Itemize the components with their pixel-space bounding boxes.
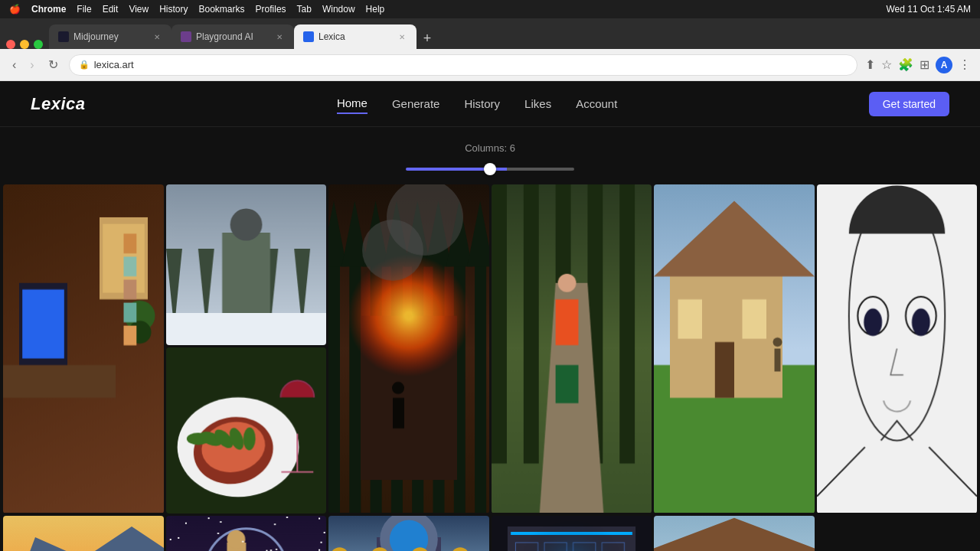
image-cozy-room	[3, 184, 164, 513]
image-cottage	[654, 184, 815, 513]
close-button[interactable]	[6, 40, 15, 49]
bookmark-icon[interactable]: ☆	[881, 57, 892, 72]
time-display: Wed 11 Oct 1:45 AM	[886, 4, 971, 15]
image-steak	[166, 347, 327, 514]
menu-view[interactable]: View	[129, 4, 149, 15]
tab-midjourney-close[interactable]: ✕	[152, 31, 162, 42]
image-burning-house	[328, 184, 489, 513]
tab-midjourney[interactable]: Midjourney ✕	[49, 24, 172, 49]
menu-file[interactable]: File	[77, 4, 91, 15]
app-header: Lexica Home Generate History Likes Accou…	[0, 81, 980, 127]
image-runner-forest	[492, 184, 652, 513]
back-button[interactable]: ‹	[9, 55, 19, 75]
image-anime-sketch	[817, 184, 978, 513]
image-astronaut-woman	[328, 516, 489, 551]
playground-favicon	[181, 31, 191, 42]
share-icon[interactable]: ⬆	[865, 57, 875, 72]
columns-slider[interactable]	[406, 168, 574, 171]
nav-history[interactable]: History	[464, 94, 500, 113]
grid-item-4[interactable]	[492, 184, 652, 514]
get-started-button[interactable]: Get started	[869, 92, 949, 116]
watermark-overlay: 🔴 RRCG人人素材	[166, 516, 327, 551]
nav-likes[interactable]: Likes	[524, 94, 551, 113]
nav-home[interactable]: Home	[337, 93, 368, 114]
tab-playground[interactable]: Playground AI ✕	[172, 24, 294, 49]
apple-menu[interactable]: 🍎	[9, 4, 21, 15]
menu-history[interactable]: History	[159, 4, 188, 15]
tab-lexica-close[interactable]: ✕	[397, 31, 407, 42]
mac-status-icons: Wed 11 Oct 1:45 AM	[886, 4, 971, 15]
sidebar-toggle[interactable]: ⊞	[920, 57, 929, 72]
image-grid: 🔴 RRCG人人素材	[0, 181, 980, 551]
traffic-lights	[6, 40, 43, 49]
tab-playground-label: Playground AI	[196, 31, 253, 42]
new-tab-button[interactable]: +	[416, 28, 438, 49]
tab-lexica-label: Lexica	[318, 31, 345, 42]
grid-item-7[interactable]	[166, 347, 327, 514]
extensions-icon[interactable]: 🧩	[898, 57, 913, 72]
tab-midjourney-label: Midjourney	[74, 31, 119, 42]
tab-lexica[interactable]: Lexica ✕	[294, 24, 416, 49]
grid-item-3[interactable]	[328, 184, 489, 514]
lexica-favicon	[303, 31, 314, 42]
nav-generate[interactable]: Generate	[392, 94, 440, 113]
app-logo: Lexica	[31, 94, 86, 114]
grid-item-6[interactable]	[817, 184, 978, 514]
menu-bookmarks[interactable]: Bookmarks	[199, 4, 245, 15]
menu-icon[interactable]: ⋮	[959, 57, 971, 72]
nav-account[interactable]: Account	[576, 94, 617, 113]
midjourney-favicon	[58, 31, 69, 42]
reload-button[interactable]: ↻	[45, 54, 61, 75]
grid-item-1[interactable]	[3, 184, 164, 514]
menu-help[interactable]: Help	[366, 4, 385, 15]
minimize-button[interactable]	[20, 40, 29, 49]
profile-icon[interactable]: A	[936, 57, 952, 73]
menu-chrome[interactable]: Chrome	[31, 4, 66, 15]
grid-item-11[interactable]	[492, 516, 652, 551]
menu-tab[interactable]: Tab	[297, 4, 312, 15]
grid-item-9[interactable]: 🔴 RRCG人人素材	[166, 516, 327, 551]
grid-item-12[interactable]	[654, 516, 815, 551]
mac-os-bar: 🍎 Chrome File Edit View History Bookmark…	[0, 0, 980, 18]
columns-slider-section: Columns: 6	[0, 127, 980, 181]
address-bar: ‹ › ↻ 🔒 lexica.art ⬆ ☆ 🧩 ⊞ A ⋮	[0, 49, 980, 81]
lexica-app: Lexica Home Generate History Likes Accou…	[0, 81, 980, 551]
slider-container	[406, 160, 574, 174]
image-sci-fi	[492, 516, 652, 551]
address-actions: ⬆ ☆ 🧩 ⊞ A ⋮	[865, 57, 971, 73]
chrome-tab-bar: Midjourney ✕ Playground AI ✕ Lexica ✕ +	[0, 18, 980, 49]
grid-item-5[interactable]	[654, 184, 815, 514]
lock-icon: 🔒	[79, 60, 90, 70]
menu-profiles[interactable]: Profiles	[256, 4, 286, 15]
main-nav: Home Generate History Likes Account	[337, 93, 617, 114]
grid-item-8[interactable]	[3, 516, 164, 551]
forward-button[interactable]: ›	[27, 55, 37, 75]
image-bottom-house	[654, 516, 815, 551]
image-soldier	[166, 184, 327, 345]
menu-edit[interactable]: Edit	[103, 4, 119, 15]
url-bar[interactable]: 🔒 lexica.art	[69, 54, 858, 76]
url-text: lexica.art	[94, 59, 134, 70]
mac-menu-left: 🍎 Chrome File Edit View History Bookmark…	[9, 4, 384, 15]
menu-window[interactable]: Window	[322, 4, 355, 15]
tab-playground-close[interactable]: ✕	[274, 31, 285, 42]
image-forest-mountains	[3, 516, 164, 551]
columns-label: Columns: 6	[465, 142, 515, 154]
grid-item-10[interactable]	[328, 516, 489, 551]
fullscreen-button[interactable]	[34, 40, 43, 49]
grid-item-2[interactable]	[166, 184, 327, 345]
